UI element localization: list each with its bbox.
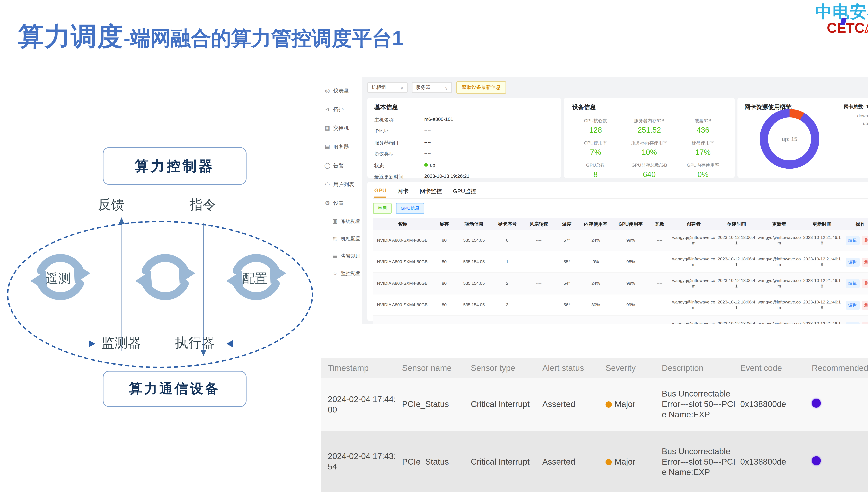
edit-button[interactable]: 编辑 xyxy=(845,279,859,288)
recommended-action-icon[interactable] xyxy=(812,399,821,408)
chevron-down-icon: ∨ xyxy=(445,85,448,90)
tab-nic[interactable]: 网卡 xyxy=(397,188,409,198)
metric: GPU内存使用率 0% xyxy=(679,162,726,179)
sensor-name-cell: PCIe_Status xyxy=(402,457,466,467)
rack-group-select[interactable]: 机柜组 ∨ xyxy=(367,82,408,93)
sidebar-item[interactable]: ◎ 仪表盘 xyxy=(319,81,362,100)
sidebar-subitem[interactable]: ▤ 告警规则 xyxy=(319,247,362,264)
device-metrics-grid: CPU核心数 128 服务器内存/GB 251.52 硬盘/GB 436 xyxy=(572,118,726,179)
mem-usage-cell: 0% xyxy=(579,323,612,324)
event-code-cell: 0x138800de xyxy=(740,457,807,467)
metric: 服务器内存使用率 10% xyxy=(619,140,679,156)
gpu-index-cell: 3 xyxy=(493,302,521,308)
timestamp-cell: 2024-02-04 17:44:00 xyxy=(328,394,397,415)
gpu-usage-cell: 98% xyxy=(614,280,647,286)
ellipse-arrowhead-left-icon xyxy=(226,340,233,347)
alert-status-cell: Asserted xyxy=(542,399,601,410)
updated-cell: 2023-10-12 21:46:18 xyxy=(803,235,841,246)
sidebar-item[interactable]: ⚙ 设置 xyxy=(319,194,362,213)
tab-gpu[interactable]: GPU xyxy=(374,188,386,198)
sidebar-item[interactable]: ◯ 告警 xyxy=(319,156,362,175)
gpu-name-cell: NVIDIA A800-SXM4-80GB xyxy=(373,323,432,324)
tab-gpu-monitor[interactable]: GPU监控 xyxy=(453,188,476,198)
nic-overview-panel: 网卡资源使用概览 网卡总数: 16/个 down up up: 15 xyxy=(738,98,868,178)
driver-cell: 535.154.05 xyxy=(457,323,491,324)
delete-button[interactable]: 删除 xyxy=(861,236,868,245)
edit-button[interactable]: 编辑 xyxy=(845,236,859,245)
creator-cell: wangyq@inftowave.com xyxy=(672,277,715,289)
table-row: NVIDIA A800-SXM4-80GB 80 535.154.05 2 --… xyxy=(373,273,868,294)
metric-value: 10% xyxy=(619,148,679,156)
sidebar-subitem[interactable]: ▨ 机柜配置 xyxy=(319,230,362,247)
column-header: 内存使用率 xyxy=(579,221,612,227)
sidebar-item[interactable]: ▤ 服务器 xyxy=(319,137,362,156)
refresh-device-info-button[interactable]: 获取设备最新信息 xyxy=(456,81,506,94)
metric-label: GPU内存使用率 xyxy=(679,162,726,169)
mem-usage-cell: 0% xyxy=(579,259,612,264)
event-table-header: TimestampSensor nameSensor typeAlert sta… xyxy=(321,358,868,378)
field-label: 协议类型 xyxy=(374,151,424,158)
logo-cetc-text: CETC xyxy=(827,20,865,35)
edit-button[interactable]: 编辑 xyxy=(845,257,859,266)
gpu-table-body: NVIDIA A800-SXM4-80GB 80 535.154.05 0 --… xyxy=(373,230,868,324)
delete-button[interactable]: 删除 xyxy=(861,279,868,288)
updater-cell: wangyq@inftowave.com xyxy=(757,277,801,289)
gpu-info-button[interactable]: GPU信息 xyxy=(396,203,424,214)
field-value: m6-a800-101 xyxy=(424,116,554,123)
mem-usage-cell: 24% xyxy=(579,280,612,286)
vram-cell: 80 xyxy=(434,259,455,264)
device-info-panel: 设备信息 CPU核心数 128 服务器内存/GB 251.52 硬盘/GB xyxy=(564,98,735,178)
delete-button[interactable]: 删除 xyxy=(861,322,868,324)
restart-button[interactable]: 重启 xyxy=(373,203,392,214)
fan-cell: ---- xyxy=(523,237,555,243)
column-header: 创建者 xyxy=(672,221,715,227)
sidebar-item[interactable]: ▦ 交换机 xyxy=(319,119,362,137)
sidebar-subitem[interactable]: ▣ 系统配置 xyxy=(319,213,362,230)
status-up-icon xyxy=(424,163,428,166)
gpu-usage-cell: 99% xyxy=(614,302,647,308)
created-cell: 2023-10-12 18:06:41 xyxy=(718,256,755,268)
metric: 服务器内存/GB 251.52 xyxy=(619,118,679,134)
updated-cell: 2023-10-12 21:46:18 xyxy=(803,321,841,324)
edit-button[interactable]: 编辑 xyxy=(845,322,859,324)
edit-button[interactable]: 编辑 xyxy=(845,300,859,309)
created-cell: 2023-10-12 18:06:41 xyxy=(718,235,755,246)
basic-info-panel: 基本信息 主机名称 m6-a800-101 IP地址 ---- 服务器端口 xyxy=(367,98,561,178)
metric-label: 服务器内存/GB xyxy=(619,118,679,124)
metric-value: 251.52 xyxy=(619,126,679,134)
column-header: 更新者 xyxy=(757,221,801,227)
sidebar-item[interactable]: ⋖ 拓扑 xyxy=(319,100,362,119)
field-value: 2023-10-13 19:26:21 xyxy=(424,174,554,181)
table-row: 2024-02-04 17:44:00 PCIe_Status Critical… xyxy=(321,378,868,431)
monitor-label: 监测器 xyxy=(101,334,141,352)
gpu-usage-cell: 98% xyxy=(614,259,647,264)
sidebar-subitem[interactable]: ◌ 监控配置 xyxy=(319,264,362,282)
gpu-actions: 重启 GPU信息 xyxy=(373,203,868,214)
updater-cell: wangyq@inftowave.com xyxy=(757,235,801,246)
delete-button[interactable]: 删除 xyxy=(861,300,868,309)
sidebar-item[interactable]: ◠ 用户列表 xyxy=(319,175,362,194)
sidebar-item-label: 交换机 xyxy=(333,125,349,132)
sidebar-item-icon: ◠ xyxy=(324,181,331,188)
gpu-index-cell: 4 xyxy=(493,323,521,324)
recommended-action-icon[interactable] xyxy=(812,456,821,465)
table-row: NVIDIA A800-SXM4-80GB 80 535.154.05 0 --… xyxy=(373,230,868,251)
recommended-action-cell xyxy=(812,399,868,410)
command-label: 指令 xyxy=(190,196,216,214)
server-select[interactable]: 服务器 ∨ xyxy=(412,82,452,93)
tab-nic-monitor[interactable]: 网卡监控 xyxy=(420,188,442,198)
legend-title: 网卡总数: 16/个 xyxy=(844,103,868,111)
field-label: 主机名称 xyxy=(374,116,424,123)
gpu-index-cell: 0 xyxy=(493,237,521,243)
delete-button[interactable]: 删除 xyxy=(861,257,868,266)
column-header: 创建时间 xyxy=(718,221,755,227)
gpu-name-cell: NVIDIA A800-SXM4-80GB xyxy=(373,237,432,243)
vram-cell: 80 xyxy=(434,237,455,243)
tab-bar: GPU 网卡 网卡监控 GPU监控 xyxy=(373,186,868,198)
column-header: GPU使用率 xyxy=(614,221,647,227)
legend-item-up: up xyxy=(844,121,868,126)
sidebar-item-label: 告警 xyxy=(333,162,344,169)
column-header: Description xyxy=(662,363,735,373)
gpu-panel: GPU 网卡 网卡监控 GPU监控 重启 GPU信息 名称显存驱动信息显卡序号风… xyxy=(367,182,868,321)
column-header: 更新时间 xyxy=(803,221,841,227)
